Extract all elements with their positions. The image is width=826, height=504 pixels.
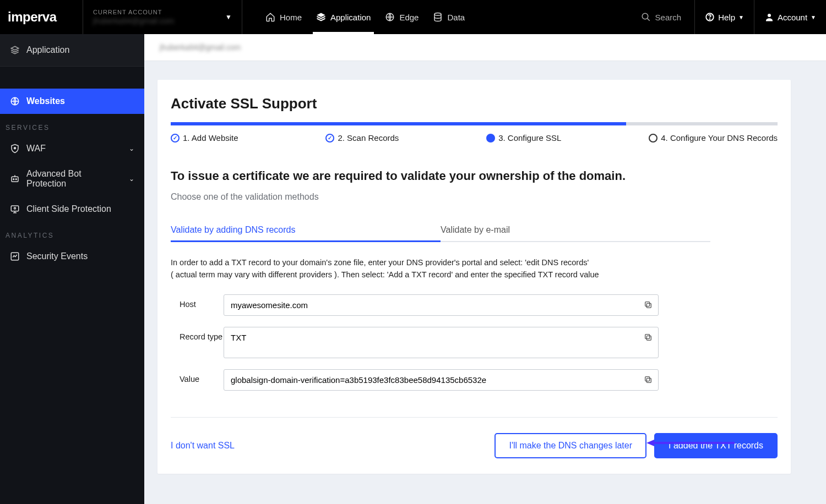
nav-search[interactable]: Search <box>628 12 695 22</box>
bot-icon <box>10 174 20 184</box>
value-input[interactable] <box>224 369 659 391</box>
current-account-label: CURRENT ACCOUNT <box>93 9 229 15</box>
svg-rect-19 <box>645 302 650 306</box>
step-3: 3. Configure SSL <box>486 133 561 143</box>
type-input[interactable] <box>224 327 659 358</box>
svg-rect-20 <box>646 336 651 340</box>
home-icon <box>265 12 275 22</box>
sidebar-item-abp[interactable]: Advanced Bot Protection ⌄ <box>0 161 144 196</box>
svg-point-1 <box>434 13 441 16</box>
ssl-card: Activate SSL Support 1. Add Website 2. S… <box>157 80 791 474</box>
svg-point-8 <box>14 147 16 149</box>
sidebar-item-waf[interactable]: WAF ⌄ <box>0 136 144 161</box>
step-1: 1. Add Website <box>171 133 238 143</box>
sidebar-item-csp[interactable]: Client Side Protection <box>0 196 144 222</box>
svg-line-3 <box>647 18 650 21</box>
nav-account[interactable]: Account ▼ <box>754 0 826 34</box>
copy-type-button[interactable] <box>642 331 654 343</box>
caret-down-icon: ▼ <box>225 13 232 21</box>
svg-rect-21 <box>645 335 650 339</box>
section-heading: To issue a certificate we are required t… <box>157 143 791 187</box>
copy-value-button[interactable] <box>642 374 654 386</box>
sidebar: Application Websites SERVICES WAF ⌄ Adva… <box>0 34 144 504</box>
host-label: Host <box>180 294 224 309</box>
step-2: 2. Scan Records <box>325 133 399 143</box>
chart-icon <box>10 251 20 261</box>
sidebar-header: Application <box>0 34 144 67</box>
sidebar-item-security-events[interactable]: Security Events <box>0 244 144 269</box>
nav-home[interactable]: Home <box>265 0 302 34</box>
svg-marker-25 <box>646 440 654 446</box>
host-input[interactable] <box>224 294 659 316</box>
sidebar-section-analytics: ANALYTICS <box>0 222 144 244</box>
stack-icon <box>316 12 326 22</box>
help-icon <box>705 12 715 22</box>
skip-ssl-link[interactable]: I don't want SSL <box>171 441 235 451</box>
section-sub: Choose one of the validation methods <box>157 187 791 202</box>
annotation-arrow-icon <box>646 439 735 447</box>
monitor-icon <box>10 204 20 214</box>
shield-icon <box>10 144 20 154</box>
user-icon <box>764 12 774 22</box>
svg-rect-22 <box>646 378 651 382</box>
chevron-down-icon: ⌄ <box>129 175 134 183</box>
current-account-selector[interactable]: CURRENT ACCOUNT jhuberka94@gmail.com ▼ <box>83 0 242 34</box>
step-4: 4. Configure Your DNS Records <box>649 133 778 143</box>
globe-icon <box>10 96 20 106</box>
svg-point-11 <box>15 179 17 180</box>
svg-point-2 <box>642 13 648 19</box>
nav-edge[interactable]: Edge <box>385 0 419 34</box>
svg-rect-9 <box>12 177 18 182</box>
svg-rect-18 <box>646 303 651 308</box>
tab-email[interactable]: Validate by e-mail <box>441 220 710 242</box>
caret-down-icon: ▼ <box>738 14 744 20</box>
page-title: Activate SSL Support <box>157 95 791 122</box>
instructions: In order to add a TXT record to your dom… <box>157 242 791 281</box>
copy-host-button[interactable] <box>642 299 654 311</box>
nav-application[interactable]: Application <box>316 0 371 34</box>
brand-logo[interactable]: imperva <box>0 9 83 25</box>
dns-record-form: Host Record type <box>157 281 791 391</box>
tab-dns[interactable]: Validate by adding DNS records <box>171 220 441 242</box>
database-icon <box>433 12 443 22</box>
validation-tabs: Validate by adding DNS records Validate … <box>157 202 791 242</box>
svg-point-10 <box>13 179 14 180</box>
stack-icon <box>10 45 20 55</box>
type-label: Record type <box>180 327 224 341</box>
svg-rect-13 <box>11 206 19 211</box>
sidebar-item-websites[interactable]: Websites <box>0 89 144 114</box>
caret-down-icon: ▼ <box>811 14 816 20</box>
sidebar-section-services: SERVICES <box>0 114 144 136</box>
value-label: Value <box>180 369 224 384</box>
search-icon <box>641 12 651 22</box>
wizard-steps: 1. Add Website 2. Scan Records 3. Config… <box>157 125 791 143</box>
nav-help[interactable]: Help ▼ <box>694 0 754 34</box>
svg-point-6 <box>768 14 771 17</box>
svg-point-5 <box>710 19 710 19</box>
main-content: jhuberka94@gmail.com Activate SSL Suppor… <box>144 34 826 504</box>
chevron-down-icon: ⌄ <box>129 145 134 152</box>
svg-rect-23 <box>645 377 650 381</box>
topnav: imperva CURRENT ACCOUNT jhuberka94@gmail… <box>0 0 826 34</box>
card-footer: I don't want SSL I'll make the DNS chang… <box>171 417 778 458</box>
globe-icon <box>385 12 395 22</box>
nav-data[interactable]: Data <box>433 0 465 34</box>
breadcrumb: jhuberka94@gmail.com <box>144 34 826 61</box>
current-account-email: jhuberka94@gmail.com <box>93 17 229 25</box>
later-button[interactable]: I'll make the DNS changes later <box>494 433 646 458</box>
progress-bar <box>171 122 778 125</box>
svg-point-16 <box>14 207 16 209</box>
